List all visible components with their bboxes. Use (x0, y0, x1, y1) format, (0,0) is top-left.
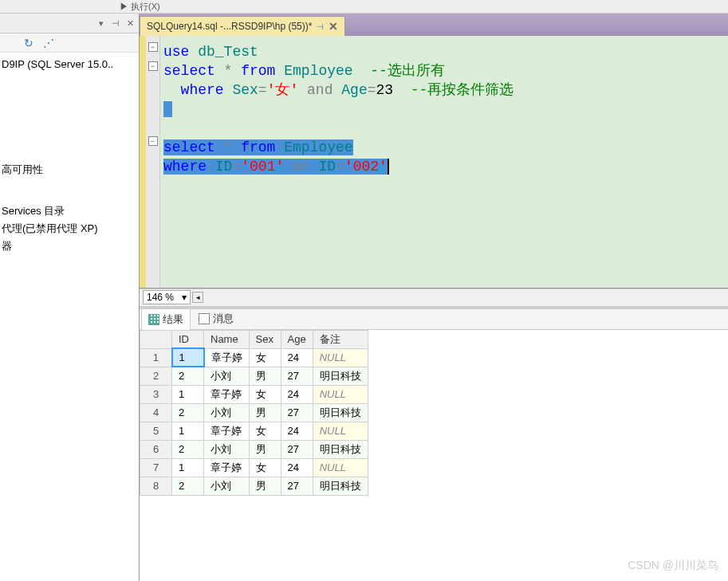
cell-sex[interactable]: 女 (249, 458, 281, 477)
tree-agent-node[interactable]: 代理(已禁用代理 XP) (2, 220, 137, 238)
fold-toggle-icon[interactable]: − (148, 42, 158, 52)
zoom-dropdown[interactable]: 146 %▾ (143, 290, 191, 304)
cell-remark[interactable]: NULL (313, 348, 368, 367)
cell-remark[interactable]: 明日科技 (313, 440, 368, 458)
tab-close-icon[interactable]: ✕ (329, 20, 338, 33)
row-number: 4 (140, 403, 172, 422)
cell-name[interactable]: 章子婷 (204, 385, 250, 403)
cell-age[interactable]: 27 (281, 440, 313, 458)
row-number: 6 (140, 440, 172, 458)
cell-id[interactable]: 1 (172, 458, 204, 477)
grid-header[interactable] (140, 330, 172, 348)
grid-header-row: ID Name Sex Age 备注 (140, 330, 368, 348)
cell-name[interactable]: 小刘 (204, 477, 250, 495)
results-tab-bar: 结果 消息 (140, 309, 728, 330)
refresh-icon[interactable]: ↻ (24, 37, 37, 49)
cell-sex[interactable]: 女 (249, 348, 281, 367)
fold-toggle-icon[interactable]: − (148, 136, 158, 146)
tree-other-node[interactable]: 器 (2, 238, 137, 255)
message-icon (199, 313, 210, 324)
cell-sex[interactable]: 男 (249, 403, 281, 422)
code-area[interactable]: use db_Test select * from Employee --选出所… (160, 36, 517, 288)
cell-sex[interactable]: 男 (249, 477, 281, 495)
cell-remark[interactable]: NULL (313, 385, 368, 403)
document-tab[interactable]: SQLQuery14.sql -...RSSD9IP\hp (55))* ⊣ ✕ (140, 16, 345, 36)
cell-age[interactable]: 27 (281, 477, 313, 495)
grid-header[interactable]: ID (172, 330, 204, 348)
tab-messages[interactable]: 消息 (192, 308, 240, 329)
cell-age[interactable]: 27 (281, 367, 313, 385)
editor-panel: SQLQuery14.sql -...RSSD9IP\hp (55))* ⊣ ✕… (140, 14, 728, 581)
panel-header: ▾ ⊣ ✕ (0, 14, 139, 33)
row-number: 3 (140, 385, 172, 403)
grid-header[interactable]: Name (204, 330, 250, 348)
cell-name[interactable]: 章子婷 (204, 348, 250, 367)
table-row[interactable]: 31章子婷女24NULL (140, 385, 368, 403)
row-number: 5 (140, 422, 172, 440)
tab-pin-icon[interactable]: ⊣ (317, 22, 324, 31)
cell-id[interactable]: 2 (172, 367, 204, 385)
top-toolbar: ▶ 执行(X) (0, 0, 728, 14)
tab-results[interactable]: 结果 (141, 308, 191, 330)
table-row[interactable]: 82小刘男27明日科技 (140, 477, 368, 495)
zoom-bar: 146 %▾ ◂ (140, 289, 728, 306)
cell-age[interactable]: 24 (281, 348, 313, 367)
tree-ha-node[interactable]: 高可用性 (2, 161, 137, 179)
cell-name[interactable]: 章子婷 (204, 458, 250, 477)
results-grid-wrap: ID Name Sex Age 备注 11章子婷女24NULL22小刘男27明日… (140, 330, 728, 582)
cell-remark[interactable]: 明日科技 (313, 403, 368, 422)
row-number: 7 (140, 458, 172, 477)
table-row[interactable]: 42小刘男27明日科技 (140, 403, 368, 422)
grid-header[interactable]: Sex (249, 330, 281, 348)
document-tab-bar: SQLQuery14.sql -...RSSD9IP\hp (55))* ⊣ ✕ (140, 14, 728, 36)
tab-title: SQLQuery14.sql -...RSSD9IP\hp (55))* (147, 21, 312, 32)
execute-button[interactable]: ▶ 执行(X) (120, 1, 160, 13)
cell-id[interactable]: 2 (172, 403, 204, 422)
cell-id[interactable]: 2 (172, 440, 204, 458)
sql-editor[interactable]: − − − use db_Test select * from Employee… (140, 36, 728, 289)
cell-sex[interactable]: 女 (249, 385, 281, 403)
cell-remark[interactable]: 明日科技 (313, 367, 368, 385)
scroll-left-icon[interactable]: ◂ (192, 292, 203, 303)
grid-header[interactable]: 备注 (313, 330, 368, 348)
results-grid[interactable]: ID Name Sex Age 备注 11章子婷女24NULL22小刘男27明日… (140, 330, 368, 496)
tree-services-node[interactable]: Services 目录 (2, 202, 137, 220)
cell-remark[interactable]: NULL (313, 422, 368, 440)
cell-sex[interactable]: 女 (249, 422, 281, 440)
cell-sex[interactable]: 男 (249, 367, 281, 385)
cell-name[interactable]: 章子婷 (204, 422, 250, 440)
cell-id[interactable]: 1 (172, 422, 204, 440)
cell-id[interactable]: 1 (172, 385, 204, 403)
table-row[interactable]: 51章子婷女24NULL (140, 422, 368, 440)
pin-icon[interactable]: ⊣ (110, 18, 121, 29)
cell-remark[interactable]: 明日科技 (313, 477, 368, 495)
cell-age[interactable]: 24 (281, 385, 313, 403)
cell-age[interactable]: 24 (281, 458, 313, 477)
cell-name[interactable]: 小刘 (204, 367, 250, 385)
cell-id[interactable]: 1 (172, 348, 204, 367)
cell-age[interactable]: 27 (281, 403, 313, 422)
panel-toolbar: ↻ ⋰ (0, 33, 139, 53)
object-tree[interactable]: D9IP (SQL Server 15.0.. 高可用性 Services 目录… (0, 53, 139, 258)
cell-name[interactable]: 小刘 (204, 403, 250, 422)
object-explorer-panel: ▾ ⊣ ✕ ↻ ⋰ D9IP (SQL Server 15.0.. 高可用性 S… (0, 14, 140, 581)
cell-sex[interactable]: 男 (249, 440, 281, 458)
grid-header[interactable]: Age (281, 330, 313, 348)
change-margin (140, 36, 146, 288)
table-row[interactable]: 22小刘男27明日科技 (140, 367, 368, 385)
activity-icon[interactable]: ⋰ (43, 37, 56, 49)
table-row[interactable]: 11章子婷女24NULL (140, 348, 368, 367)
cell-id[interactable]: 2 (172, 477, 204, 495)
cell-age[interactable]: 24 (281, 422, 313, 440)
cell-remark[interactable]: NULL (313, 458, 368, 477)
table-row[interactable]: 62小刘男27明日科技 (140, 440, 368, 458)
row-number: 1 (140, 348, 172, 367)
cell-name[interactable]: 小刘 (204, 440, 250, 458)
fold-toggle-icon[interactable]: − (148, 61, 158, 71)
tree-server-node[interactable]: D9IP (SQL Server 15.0.. (2, 56, 137, 73)
close-icon[interactable]: ✕ (124, 18, 136, 29)
dropdown-icon[interactable]: ▾ (96, 18, 107, 29)
row-number: 8 (140, 477, 172, 495)
row-number: 2 (140, 367, 172, 385)
table-row[interactable]: 71章子婷女24NULL (140, 458, 368, 477)
